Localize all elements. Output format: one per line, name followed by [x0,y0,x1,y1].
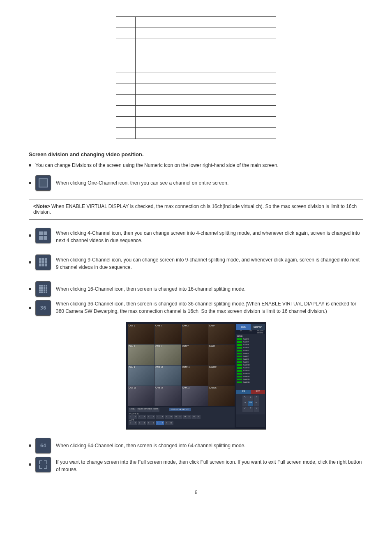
channel-num[interactable]: 13 [183,415,187,419]
channel-num[interactable]: 6 [151,421,155,425]
sixtyfour-channel-text: When clicking 64-Channel icon, then scre… [56,442,246,449]
camera-list-item[interactable]: CAM#5 [237,349,264,352]
camera-list-item[interactable]: CAM#10 [237,363,264,366]
nine-channel-text: When clicking 9-Channel icon, you can ch… [56,256,363,271]
sixteen-channel-icon [35,281,51,297]
camera-view[interactable]: CAM 14 [154,386,181,406]
bullet-icon [29,164,31,166]
channel-num[interactable]: 1 [129,421,133,425]
camera-view[interactable]: CAM 3 [182,324,208,344]
channel-num[interactable]: 14 [187,415,191,419]
four-channel-text: When clicking 4-Channel icon, then you c… [56,229,363,244]
camera-list-item[interactable]: CAM#4 [237,346,264,349]
ptz-arrow[interactable]: ↗ [254,395,259,401]
camera-view[interactable]: CAM 9 [128,365,154,386]
ptz-off[interactable]: OFF [251,390,265,394]
camera-view[interactable]: CAM 6 [154,345,181,365]
channel-num[interactable]: 5 [147,415,151,419]
ptz-arrow[interactable]: ► [254,401,259,407]
channel-num[interactable]: 7 [156,421,160,425]
camera-list-item[interactable]: CAM#13 [237,372,264,375]
camera-list-item[interactable]: CAM#2 [237,340,264,343]
channel-num[interactable]: 3 [138,415,142,419]
ptz-on[interactable]: ON [236,390,251,394]
sixtyfour-channel-icon: 64 [35,438,51,453]
camera-list-item[interactable]: CAM#12 [237,369,264,372]
channel-num[interactable]: 6 [151,415,155,419]
ptz-center[interactable]: PTZ [248,401,254,407]
channel-num[interactable]: 2 [133,421,137,425]
camera-view[interactable]: CAM 12 [208,365,235,386]
channel-num[interactable]: 10 [169,415,173,419]
bottom-button[interactable]: UPGRADE [144,408,152,412]
camera-view[interactable]: CAM 7 [182,345,208,365]
nine-channel-icon [35,254,51,270]
note-box: <Note> When ENABLE VIRTUAL DISPLAY is ch… [29,199,363,220]
channel-num[interactable]: 3 [138,421,142,425]
page-number: 6 [29,490,363,495]
bullet-icon [29,234,31,237]
camera-list-item[interactable]: CAM#9 [237,361,264,363]
channel-num[interactable]: 15 [192,415,196,419]
camera-view[interactable]: CAM 13 [128,386,154,406]
camera-list-item[interactable]: CAM#1 [237,338,264,340]
bullet-icon [29,182,31,184]
camera-view[interactable]: CAM 1 [128,324,154,344]
camera-view[interactable]: CAM 5 [128,345,154,365]
ptz-arrow[interactable]: ▲ [248,395,254,401]
subtab[interactable]: LSD [246,330,255,334]
camera-view[interactable]: CAM 11 [182,365,208,386]
channel-num[interactable]: 2 [133,415,137,419]
channel-num[interactable]: 4 [142,421,146,425]
camera-list-item[interactable]: CAM#7 [237,355,264,358]
channel-num[interactable]: 9 [165,415,169,419]
fullscreen-text: If you want to change screen into the Fu… [56,458,363,473]
tab-search[interactable]: SERACH [251,324,265,330]
camera-list-item[interactable]: CAM#14 [237,375,264,378]
ptz-arrow[interactable]: ▼ [248,407,254,412]
channel-num[interactable]: 7 [156,415,160,419]
channel-num[interactable]: 4 [142,415,146,419]
camera-view[interactable]: CAM 2 [154,324,181,344]
tab-live[interactable]: LIVE [236,324,251,330]
table-row [116,128,276,139]
channel-num[interactable]: 5 [147,421,151,425]
camera-view[interactable]: CAM 4 [208,324,235,344]
channel-num[interactable]: 8 [160,421,164,425]
table-row [116,39,276,50]
camera-view[interactable]: CAM 8 [208,345,235,365]
table-row [116,72,276,83]
channel-num[interactable]: 8 [160,415,164,419]
bullet-icon [29,444,31,447]
camera-list-item[interactable]: CAM#3 [237,343,264,346]
bottom-button[interactable]: SHIFT [152,408,159,412]
camera-list-item[interactable]: CAM#11 [237,366,264,369]
channel-num[interactable]: 1 [129,415,133,419]
ptz-arrow[interactable]: ↘ [254,407,259,412]
channel-num[interactable]: 9 [165,421,169,425]
channel-num[interactable]: 10 [169,421,173,425]
note-text: When ENABLE VIRTUAL DISPLAY is checked, … [33,204,357,215]
bullet-icon [29,261,31,264]
camera-view[interactable]: CAM 16 [208,386,235,406]
ptz-arrow[interactable]: ↖ [242,395,248,401]
bottom-button[interactable]: LOCAL [129,408,136,412]
section-title: Screen division and changing video posit… [29,151,363,157]
ptz-arrow[interactable]: ↙ [242,407,248,412]
camera-list-item[interactable]: CAM#8 [237,358,264,361]
camera-list-item[interactable]: CAM#16 [237,381,264,384]
camera-view[interactable]: CAM 10 [154,365,181,386]
timestamp: 2018/11/14 19:02:37 [169,408,191,411]
bullet-icon [29,288,31,290]
ptz-arrow[interactable]: ◄ [242,401,248,407]
camera-view[interactable]: CAM 15 [182,386,208,406]
channel-num[interactable]: 12 [178,415,182,419]
table-row [116,83,276,95]
subtab[interactable]: HEALTH BOARD [256,330,265,334]
subtab[interactable]: IP [236,330,246,334]
camera-list-item[interactable]: CAM#6 [237,352,264,355]
bottom-button[interactable]: HEALTH [136,408,144,412]
camera-list-item[interactable]: CAM#15 [237,378,264,381]
channel-num[interactable]: 16 [196,415,201,419]
channel-num[interactable]: 11 [174,415,178,419]
